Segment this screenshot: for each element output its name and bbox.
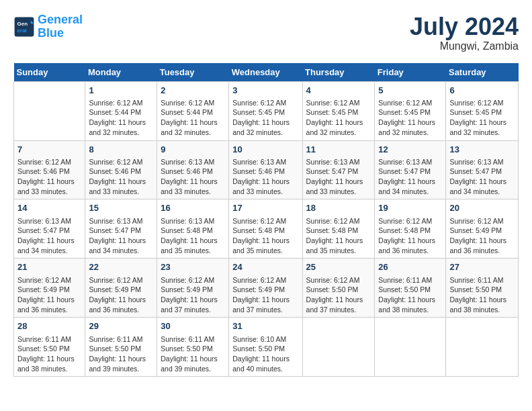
calendar-cell: 18Sunrise: 6:12 AM Sunset: 5:48 PM Dayli… bbox=[302, 199, 375, 259]
calendar-cell: 27Sunrise: 6:11 AM Sunset: 5:50 PM Dayli… bbox=[446, 259, 519, 318]
day-number: 14 bbox=[17, 202, 81, 214]
calendar-cell: 26Sunrise: 6:11 AM Sunset: 5:50 PM Dayli… bbox=[375, 259, 446, 318]
day-info: Sunrise: 6:13 AM Sunset: 5:48 PM Dayligh… bbox=[161, 216, 225, 256]
day-info: Sunrise: 6:11 AM Sunset: 5:50 PM Dayligh… bbox=[17, 334, 81, 374]
calendar-cell bbox=[14, 81, 85, 140]
day-info: Sunrise: 6:12 AM Sunset: 5:49 PM Dayligh… bbox=[161, 275, 225, 315]
weekday-header-monday: Monday bbox=[85, 63, 157, 82]
calendar-header-row: SundayMondayTuesdayWednesdayThursdayFrid… bbox=[14, 63, 519, 82]
logo-icon: Gen eral bbox=[13, 16, 35, 38]
day-info: Sunrise: 6:13 AM Sunset: 5:47 PM Dayligh… bbox=[378, 157, 442, 197]
day-info: Sunrise: 6:12 AM Sunset: 5:45 PM Dayligh… bbox=[306, 98, 371, 138]
day-info: Sunrise: 6:12 AM Sunset: 5:45 PM Dayligh… bbox=[232, 98, 298, 138]
day-number: 3 bbox=[232, 85, 298, 97]
calendar-cell: 29Sunrise: 6:11 AM Sunset: 5:50 PM Dayli… bbox=[85, 318, 157, 377]
day-number: 23 bbox=[161, 261, 225, 273]
day-number: 19 bbox=[378, 202, 442, 214]
weekday-header-saturday: Saturday bbox=[446, 63, 519, 82]
day-info: Sunrise: 6:12 AM Sunset: 5:49 PM Dayligh… bbox=[449, 216, 515, 256]
calendar-cell bbox=[375, 318, 446, 377]
calendar-cell: 9Sunrise: 6:13 AM Sunset: 5:46 PM Daylig… bbox=[157, 140, 229, 199]
day-info: Sunrise: 6:11 AM Sunset: 5:50 PM Dayligh… bbox=[378, 275, 442, 315]
calendar-cell: 10Sunrise: 6:13 AM Sunset: 5:46 PM Dayli… bbox=[229, 140, 302, 199]
day-info: Sunrise: 6:13 AM Sunset: 5:46 PM Dayligh… bbox=[161, 157, 225, 197]
day-number: 15 bbox=[89, 202, 153, 214]
calendar-cell: 3Sunrise: 6:12 AM Sunset: 5:45 PM Daylig… bbox=[229, 81, 302, 140]
calendar-cell: 24Sunrise: 6:12 AM Sunset: 5:49 PM Dayli… bbox=[229, 259, 302, 318]
day-number: 26 bbox=[378, 261, 442, 273]
day-info: Sunrise: 6:12 AM Sunset: 5:46 PM Dayligh… bbox=[17, 157, 81, 197]
calendar-week-4: 21Sunrise: 6:12 AM Sunset: 5:49 PM Dayli… bbox=[14, 259, 519, 318]
day-info: Sunrise: 6:12 AM Sunset: 5:45 PM Dayligh… bbox=[378, 98, 442, 138]
day-info: Sunrise: 6:12 AM Sunset: 5:45 PM Dayligh… bbox=[449, 98, 515, 138]
calendar-week-2: 7Sunrise: 6:12 AM Sunset: 5:46 PM Daylig… bbox=[14, 140, 519, 199]
day-number: 13 bbox=[449, 144, 515, 156]
day-info: Sunrise: 6:12 AM Sunset: 5:46 PM Dayligh… bbox=[89, 157, 153, 197]
calendar-cell: 1Sunrise: 6:12 AM Sunset: 5:44 PM Daylig… bbox=[85, 81, 157, 140]
weekday-header-sunday: Sunday bbox=[14, 63, 85, 82]
weekday-header-thursday: Thursday bbox=[302, 63, 375, 82]
day-info: Sunrise: 6:11 AM Sunset: 5:50 PM Dayligh… bbox=[449, 275, 515, 315]
day-info: Sunrise: 6:13 AM Sunset: 5:46 PM Dayligh… bbox=[232, 157, 298, 197]
calendar-cell: 22Sunrise: 6:12 AM Sunset: 5:49 PM Dayli… bbox=[85, 259, 157, 318]
calendar-cell: 23Sunrise: 6:12 AM Sunset: 5:49 PM Dayli… bbox=[157, 259, 229, 318]
calendar-cell: 25Sunrise: 6:12 AM Sunset: 5:50 PM Dayli… bbox=[302, 259, 375, 318]
day-info: Sunrise: 6:12 AM Sunset: 5:49 PM Dayligh… bbox=[232, 275, 298, 315]
calendar-cell: 12Sunrise: 6:13 AM Sunset: 5:47 PM Dayli… bbox=[375, 140, 446, 199]
day-number: 2 bbox=[161, 85, 225, 97]
day-number: 17 bbox=[232, 202, 298, 214]
calendar-cell: 6Sunrise: 6:12 AM Sunset: 5:45 PM Daylig… bbox=[446, 81, 519, 140]
day-number: 4 bbox=[306, 85, 371, 97]
calendar-cell: 16Sunrise: 6:13 AM Sunset: 5:48 PM Dayli… bbox=[157, 199, 229, 259]
calendar-week-3: 14Sunrise: 6:13 AM Sunset: 5:47 PM Dayli… bbox=[14, 199, 519, 259]
day-info: Sunrise: 6:10 AM Sunset: 5:50 PM Dayligh… bbox=[232, 334, 298, 374]
calendar-cell: 21Sunrise: 6:12 AM Sunset: 5:49 PM Dayli… bbox=[14, 259, 85, 318]
logo: Gen eral GeneralBlue bbox=[13, 13, 83, 40]
day-number: 21 bbox=[17, 261, 81, 273]
day-number: 31 bbox=[232, 320, 298, 332]
calendar-week-5: 28Sunrise: 6:11 AM Sunset: 5:50 PM Dayli… bbox=[14, 318, 519, 377]
calendar-cell: 19Sunrise: 6:12 AM Sunset: 5:48 PM Dayli… bbox=[375, 199, 446, 259]
calendar-cell bbox=[302, 318, 375, 377]
day-number: 25 bbox=[306, 261, 371, 273]
day-number: 5 bbox=[378, 85, 442, 97]
calendar-cell: 4Sunrise: 6:12 AM Sunset: 5:45 PM Daylig… bbox=[302, 81, 375, 140]
month-year-title: July 2024 bbox=[410, 13, 519, 40]
calendar-table: SundayMondayTuesdayWednesdayThursdayFrid… bbox=[13, 63, 519, 377]
day-info: Sunrise: 6:12 AM Sunset: 5:44 PM Dayligh… bbox=[89, 98, 153, 138]
calendar-cell: 17Sunrise: 6:12 AM Sunset: 5:48 PM Dayli… bbox=[229, 199, 302, 259]
calendar-cell: 15Sunrise: 6:13 AM Sunset: 5:47 PM Dayli… bbox=[85, 199, 157, 259]
day-number: 30 bbox=[161, 320, 225, 332]
day-info: Sunrise: 6:13 AM Sunset: 5:47 PM Dayligh… bbox=[89, 216, 153, 256]
day-number: 24 bbox=[232, 261, 298, 273]
svg-text:Gen: Gen bbox=[17, 21, 28, 27]
day-info: Sunrise: 6:12 AM Sunset: 5:48 PM Dayligh… bbox=[378, 216, 442, 256]
day-info: Sunrise: 6:12 AM Sunset: 5:44 PM Dayligh… bbox=[161, 98, 225, 138]
day-number: 18 bbox=[306, 202, 371, 214]
day-info: Sunrise: 6:11 AM Sunset: 5:50 PM Dayligh… bbox=[161, 334, 225, 374]
svg-text:eral: eral bbox=[17, 28, 27, 34]
day-info: Sunrise: 6:13 AM Sunset: 5:47 PM Dayligh… bbox=[449, 157, 515, 197]
day-info: Sunrise: 6:12 AM Sunset: 5:48 PM Dayligh… bbox=[306, 216, 371, 256]
calendar-week-1: 1Sunrise: 6:12 AM Sunset: 5:44 PM Daylig… bbox=[14, 81, 519, 140]
calendar-cell: 8Sunrise: 6:12 AM Sunset: 5:46 PM Daylig… bbox=[85, 140, 157, 199]
calendar-cell: 20Sunrise: 6:12 AM Sunset: 5:49 PM Dayli… bbox=[446, 199, 519, 259]
weekday-header-friday: Friday bbox=[375, 63, 446, 82]
day-info: Sunrise: 6:11 AM Sunset: 5:50 PM Dayligh… bbox=[89, 334, 153, 374]
day-number: 29 bbox=[89, 320, 153, 332]
calendar-cell: 28Sunrise: 6:11 AM Sunset: 5:50 PM Dayli… bbox=[14, 318, 85, 377]
page-header: Gen eral GeneralBlue July 2024 Mungwi, Z… bbox=[13, 13, 519, 52]
day-info: Sunrise: 6:12 AM Sunset: 5:50 PM Dayligh… bbox=[306, 275, 371, 315]
day-info: Sunrise: 6:12 AM Sunset: 5:48 PM Dayligh… bbox=[232, 216, 298, 256]
day-number: 11 bbox=[306, 144, 371, 156]
calendar-cell: 5Sunrise: 6:12 AM Sunset: 5:45 PM Daylig… bbox=[375, 81, 446, 140]
day-number: 16 bbox=[161, 202, 225, 214]
calendar-cell: 13Sunrise: 6:13 AM Sunset: 5:47 PM Dayli… bbox=[446, 140, 519, 199]
logo-text: GeneralBlue bbox=[38, 13, 83, 40]
day-number: 27 bbox=[449, 261, 515, 273]
day-number: 9 bbox=[161, 144, 225, 156]
calendar-cell: 7Sunrise: 6:12 AM Sunset: 5:46 PM Daylig… bbox=[14, 140, 85, 199]
day-number: 1 bbox=[89, 85, 153, 97]
day-number: 20 bbox=[449, 202, 515, 214]
day-number: 7 bbox=[17, 144, 81, 156]
